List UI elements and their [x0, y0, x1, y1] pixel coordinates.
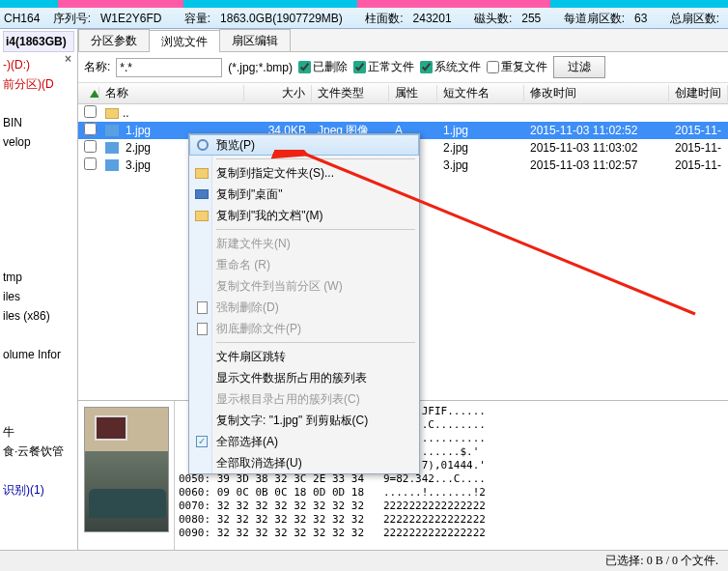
tab-sector-edit[interactable]: 扇区编辑 — [219, 29, 291, 51]
tree-item[interactable] — [3, 327, 74, 344]
col-create[interactable]: 创建时间 — [669, 85, 728, 101]
name-label: 名称: — [84, 59, 110, 75]
menu-item: 新建文件夹(N) — [189, 233, 419, 254]
menu-item: 显示根目录占用的簇列表(C) — [189, 388, 419, 410]
tree-item[interactable] — [3, 404, 74, 421]
tab-partition-params[interactable]: 分区参数 — [78, 29, 150, 51]
tree-item[interactable]: olume Infor — [3, 346, 74, 363]
col-type[interactable]: 文件类型 — [312, 85, 389, 101]
chk-repeat[interactable]: 重复文件 — [487, 59, 547, 75]
tab-bar: 分区参数 浏览文件 扇区编辑 — [78, 29, 728, 52]
tree-item[interactable] — [3, 211, 74, 228]
tree-item[interactable]: tmp — [3, 269, 74, 286]
tree-item[interactable]: iles (x86) — [3, 307, 74, 325]
menu-item: 复制文件到当前分区 (W) — [189, 275, 419, 297]
tree-item[interactable]: 识别)(1) — [3, 481, 74, 499]
menu-item[interactable]: 复制到"桌面" — [189, 184, 419, 205]
col-name[interactable]: 名称 — [99, 85, 244, 101]
menu-item[interactable]: 全部取消选择(U) — [189, 452, 419, 473]
search-icon — [195, 137, 210, 153]
tree-item[interactable] — [3, 462, 74, 479]
image-preview[interactable] — [84, 407, 169, 532]
document-icon — [194, 300, 210, 315]
filter-row: 名称: (*.jpg;*.bmp) 已删除 正常文件 系统文件 重复文件 过滤 — [78, 52, 728, 83]
tree-item[interactable] — [3, 191, 74, 209]
folder-icon — [194, 208, 210, 223]
context-menu: 预览(P)复制到指定文件夹(S)...复制到"桌面"复制到"我的文档"(M)新建… — [188, 133, 420, 474]
tree-item[interactable] — [3, 172, 74, 189]
close-icon[interactable]: × — [65, 50, 71, 68]
tree-item[interactable] — [3, 230, 74, 247]
status-bar: 已选择: 0 B / 0 个文件. — [0, 550, 728, 571]
chk-deleted[interactable]: 已删除 — [298, 59, 348, 75]
parent-folder-row[interactable]: .. — [78, 104, 728, 122]
file-icon — [105, 159, 119, 171]
menu-item[interactable]: 显示文件数据所占用的簇列表 — [189, 367, 419, 388]
file-icon — [105, 142, 119, 154]
disk-info-bar: CH164 序列号:W1E2Y6FD 容量:1863.0GB(1907729MB… — [0, 8, 728, 29]
tree-item[interactable] — [3, 385, 74, 402]
menu-item[interactable]: 文件扇区跳转 — [189, 346, 419, 367]
menu-item: 强制删除(D) — [189, 297, 419, 318]
left-header: i4(1863GB)× — [3, 31, 74, 52]
name-pattern-input[interactable] — [116, 58, 222, 77]
menu-item[interactable]: 复制文字: "1.jpg" 到剪贴板(C) — [189, 410, 419, 431]
menu-item[interactable]: 预览(P) — [189, 134, 419, 156]
up-arrow-icon[interactable] — [90, 90, 99, 98]
col-size[interactable]: 大小 — [244, 85, 312, 101]
thumbnail-panel — [78, 401, 175, 550]
col-attr[interactable]: 属性 — [389, 85, 437, 101]
pattern-hint: (*.jpg;*.bmp) — [228, 61, 293, 74]
folder-icon — [194, 165, 210, 181]
menu-item[interactable]: ✓全部选择(A) — [189, 431, 419, 452]
folder-icon — [105, 108, 119, 119]
left-tree-panel: i4(1863GB)× ‑)(D:)前分区)(D BINvelop tmpile… — [0, 29, 78, 550]
column-headers: 名称 大小 文件类型 属性 短文件名 修改时间 创建时间 — [78, 83, 728, 104]
col-mod[interactable]: 修改时间 — [524, 85, 669, 101]
checkbox-icon: ✓ — [194, 434, 210, 449]
chk-normal[interactable]: 正常文件 — [353, 59, 414, 75]
tree-item[interactable] — [3, 95, 74, 112]
tree-item[interactable]: velop — [3, 133, 74, 151]
desktop-icon — [194, 186, 210, 202]
tree-item[interactable]: 食·云餐饮管 — [3, 443, 74, 460]
col-short[interactable]: 短文件名 — [437, 85, 524, 101]
file-icon — [105, 125, 119, 136]
tree-item[interactable]: BIN — [3, 114, 74, 131]
chk-system[interactable]: 系统文件 — [420, 59, 481, 75]
tree-item[interactable] — [3, 249, 74, 267]
tree-item[interactable]: ‑)(D:) — [3, 56, 74, 73]
tree-item[interactable]: 牛 — [3, 423, 74, 441]
filter-button[interactable]: 过滤 — [553, 56, 605, 78]
menu-item: 重命名 (R) — [189, 254, 419, 275]
tree-item[interactable] — [3, 153, 74, 170]
tree-item[interactable]: iles — [3, 288, 74, 305]
menu-item[interactable]: 复制到"我的文档"(M) — [189, 205, 419, 226]
menu-item[interactable]: 复制到指定文件夹(S)... — [189, 162, 419, 184]
menu-item: 彻底删除文件(P) — [189, 318, 419, 339]
tree-item[interactable] — [3, 365, 74, 383]
tab-browse-files[interactable]: 浏览文件 — [149, 30, 220, 52]
tree-item[interactable]: 前分区)(D — [3, 75, 74, 93]
document-icon — [194, 321, 210, 336]
